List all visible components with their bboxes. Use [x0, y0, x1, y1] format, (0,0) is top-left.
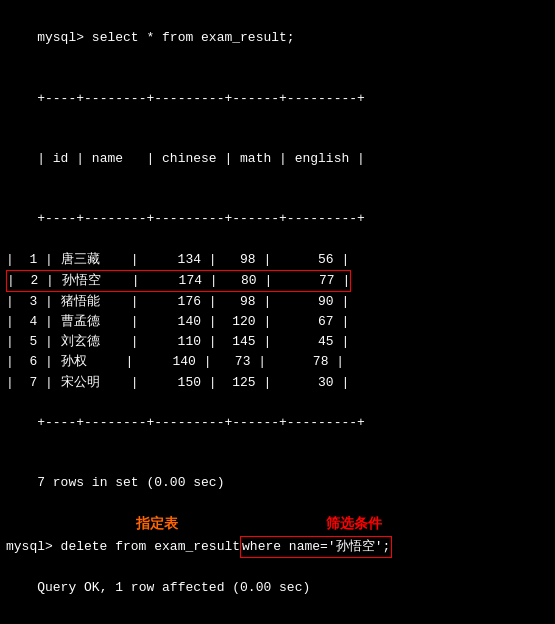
annotations: 指定表 筛选条件: [6, 514, 549, 536]
table-border-bot-1: +----+--------+---------+------+--------…: [6, 393, 549, 453]
table-border-top: +----+--------+---------+------+--------…: [6, 68, 549, 128]
delete-cmd-normal: delete from exam_result: [61, 537, 240, 557]
table-row: | 3 | 猪悟能 | 176 | 98 | 90 |: [6, 292, 549, 312]
table-row: | 7 | 宋公明 | 150 | 125 | 30 |: [6, 373, 549, 393]
table-header: | id | name | chinese | math | english |: [6, 129, 549, 189]
delete-query-line: mysql> delete from exam_result where nam…: [6, 536, 549, 558]
table-row: | 6 | 孙权 | 140 | 73 | 78 |: [6, 352, 549, 372]
table-row: | 2 | 孙悟空 | 174 | 80 | 77 |: [6, 270, 549, 292]
terminal: mysql> select * from exam_result; +----+…: [6, 8, 549, 624]
delete-prompt: mysql>: [6, 537, 61, 557]
empty-line-1: [6, 618, 549, 624]
delete-cmd-boxed: where name='孙悟空';: [240, 536, 392, 558]
first-rowcount: 7 rows in set (0.00 sec): [6, 453, 549, 513]
prompt-text: mysql> select * from exam_result;: [37, 30, 294, 45]
table-row: | 4 | 曹孟德 | 140 | 120 | 67 |: [6, 312, 549, 332]
table-header-border: +----+--------+---------+------+--------…: [6, 189, 549, 249]
first-table-rows: | 1 | 唐三藏 | 134 | 98 | 56 || 2 | 孙悟空 | 1…: [6, 250, 549, 393]
table-row: | 1 | 唐三藏 | 134 | 98 | 56 |: [6, 250, 549, 270]
table-row: | 5 | 刘玄德 | 110 | 145 | 45 |: [6, 332, 549, 352]
delete-result: Query OK, 1 row affected (0.00 sec): [6, 558, 549, 618]
annotation-table: 指定表: [136, 514, 178, 536]
annotation-filter: 筛选条件: [326, 514, 382, 536]
first-query-prompt: mysql> select * from exam_result;: [6, 8, 549, 68]
